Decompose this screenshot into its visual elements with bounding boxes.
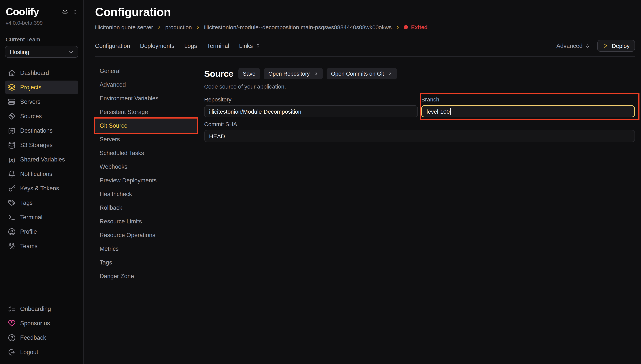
- breadcrumb-item-1[interactable]: illicitonion quote server: [95, 24, 153, 30]
- log-out-icon: [8, 348, 16, 356]
- sidebar-item-projects[interactable]: Projects: [5, 80, 78, 94]
- tags-icon: [8, 199, 16, 207]
- commit-sha-field: Commit SHA: [204, 121, 635, 142]
- braces-x-icon: (x): [8, 156, 16, 164]
- subnav-item-healthcheck[interactable]: Healthcheck: [95, 187, 198, 201]
- subnav-item-environment-variables[interactable]: Environment Variables: [95, 92, 198, 105]
- tabs-row: ConfigurationDeploymentsLogsTerminalLink…: [95, 40, 635, 52]
- sidebar-item-feedback[interactable]: Feedback: [5, 331, 78, 344]
- theme-toggle-sun-icon[interactable]: [62, 8, 69, 16]
- sidebar-item-sponsor-us[interactable]: Sponsor us: [5, 316, 78, 330]
- repository-input[interactable]: [204, 105, 418, 118]
- bell-icon: [8, 170, 16, 178]
- subnav-item-resource-limits[interactable]: Resource Limits: [95, 215, 198, 228]
- sidebar-item-onboarding[interactable]: Onboarding: [5, 302, 78, 316]
- team-select[interactable]: Hosting: [5, 46, 78, 58]
- sidebar-item-logout[interactable]: Logout: [5, 346, 78, 359]
- sidebar-item-label: Keys & Tokens: [20, 185, 59, 192]
- subnav-item-label: Resource Limits: [100, 218, 142, 225]
- subnav-item-rollback[interactable]: Rollback: [95, 201, 198, 215]
- breadcrumb-item-2[interactable]: production: [165, 24, 192, 30]
- subnav-item-label: Scheduled Tasks: [100, 150, 144, 156]
- main-panel: Configuration illicitonion quote serverp…: [84, 0, 641, 364]
- sidebar-item-terminal[interactable]: Terminal: [5, 210, 78, 224]
- subnav-item-resource-operations[interactable]: Resource Operations: [95, 228, 198, 242]
- subnav-item-git-source[interactable]: Git Source: [95, 119, 198, 132]
- commit-sha-label: Commit SHA: [204, 121, 635, 127]
- subnav-item-metrics[interactable]: Metrics: [95, 242, 198, 256]
- sidebar-item-keys-tokens[interactable]: Keys & Tokens: [5, 182, 78, 195]
- users-icon: [8, 242, 16, 250]
- deploy-button-label: Deploy: [612, 42, 629, 49]
- tab-logs[interactable]: Logs: [184, 42, 197, 49]
- chevron-right-icon: [157, 24, 162, 30]
- tab-links[interactable]: Links: [239, 42, 260, 49]
- subnav-item-persistent-storage[interactable]: Persistent Storage: [95, 105, 198, 119]
- tab-configuration[interactable]: Configuration: [95, 42, 130, 49]
- sidebar-item-label: Profile: [20, 228, 37, 235]
- sidebar-item-label: Sponsor us: [20, 320, 50, 327]
- chevron-down-icon: [68, 49, 74, 55]
- logo-row: Coolify: [5, 6, 78, 18]
- sidebar-item-label: Projects: [20, 84, 42, 91]
- subnav-item-label: Environment Variables: [100, 95, 159, 102]
- map-icon: [8, 127, 16, 134]
- breadcrumb-item-3[interactable]: illicitestonion/-module--decomposition:m…: [204, 24, 392, 30]
- sidebar-item-tags[interactable]: Tags: [5, 196, 78, 210]
- open-commits-label: Open Commits on Git: [331, 71, 384, 77]
- tab-terminal[interactable]: Terminal: [207, 42, 229, 49]
- subnav-item-general[interactable]: General: [95, 64, 198, 78]
- sidebar-item-s3-storages[interactable]: S3 Storages: [5, 138, 78, 152]
- sidebar-item-label: Terminal: [20, 214, 42, 221]
- sidebar-item-label: Feedback: [20, 334, 46, 341]
- subnav-item-preview-deployments[interactable]: Preview Deployments: [95, 174, 198, 187]
- arrow-up-right-icon: [313, 71, 318, 76]
- tabs-divider: [95, 56, 635, 57]
- chevron-right-icon: [195, 24, 201, 30]
- sidebar-item-notifications[interactable]: Notifications: [5, 167, 78, 181]
- sidebar-item-servers[interactable]: Servers: [5, 95, 78, 109]
- sidebar-item-profile[interactable]: Profile: [5, 225, 78, 238]
- sidebar-item-teams[interactable]: Teams: [5, 239, 78, 253]
- branch-field: Branch level-100: [421, 96, 635, 118]
- sidebar-item-sources[interactable]: Sources: [5, 110, 78, 123]
- subnav-item-label: Persistent Storage: [100, 109, 148, 116]
- header-actions: Advanced Deploy: [556, 40, 635, 52]
- sidebar: Coolify v4.0.0-beta.399 Current Team Hos…: [0, 0, 84, 364]
- deploy-button[interactable]: Deploy: [597, 40, 635, 52]
- sidebar-item-destinations[interactable]: Destinations: [5, 124, 78, 138]
- text-cursor: [450, 108, 451, 114]
- sidebar-nav: DashboardProjectsServersSourcesDestinati…: [5, 66, 78, 253]
- advanced-menu[interactable]: Advanced: [556, 42, 590, 49]
- sidebar-item-label: Shared Variables: [20, 156, 65, 163]
- sidebar-item-shared-variables[interactable]: (x)Shared Variables: [5, 153, 78, 166]
- open-repository-label: Open Repository: [268, 71, 310, 77]
- tab-deployments[interactable]: Deployments: [140, 42, 174, 49]
- subnav-item-label: Webhooks: [100, 164, 127, 170]
- subnav-item-scheduled-tasks[interactable]: Scheduled Tasks: [95, 146, 198, 160]
- subnav-item-webhooks[interactable]: Webhooks: [95, 160, 198, 174]
- subnav-item-tags[interactable]: Tags: [95, 256, 198, 270]
- commit-sha-input[interactable]: [204, 130, 635, 142]
- breadcrumb: illicitonion quote serverproductionillic…: [95, 24, 635, 30]
- branch-input[interactable]: level-100: [421, 105, 635, 118]
- arrow-up-right-icon: [387, 71, 392, 76]
- subnav-item-danger-zone[interactable]: Danger Zone: [95, 270, 198, 283]
- tab-label: Logs: [184, 42, 197, 49]
- tabs: ConfigurationDeploymentsLogsTerminalLink…: [95, 42, 260, 49]
- theme-chevrons-up-down-icon[interactable]: [73, 10, 78, 14]
- subnav-item-servers[interactable]: Servers: [95, 132, 198, 146]
- tab-label: Links: [239, 42, 253, 49]
- tab-label: Deployments: [140, 42, 174, 49]
- source-heading-row: Source Save Open Repository Open Commits…: [204, 68, 635, 80]
- open-commits-button[interactable]: Open Commits on Git: [326, 68, 397, 80]
- subnav-item-advanced[interactable]: Advanced: [95, 78, 198, 92]
- page-title: Configuration: [95, 5, 635, 19]
- sidebar-item-label: Sources: [20, 113, 42, 120]
- sidebar-item-dashboard[interactable]: Dashboard: [5, 66, 78, 80]
- save-button[interactable]: Save: [238, 68, 260, 80]
- open-repository-button[interactable]: Open Repository: [264, 68, 323, 80]
- sidebar-footer-nav: OnboardingSponsor usFeedbackLogout: [5, 302, 78, 359]
- chevrons-up-down-icon: [256, 43, 260, 48]
- source-description: Code source of your application.: [204, 83, 635, 90]
